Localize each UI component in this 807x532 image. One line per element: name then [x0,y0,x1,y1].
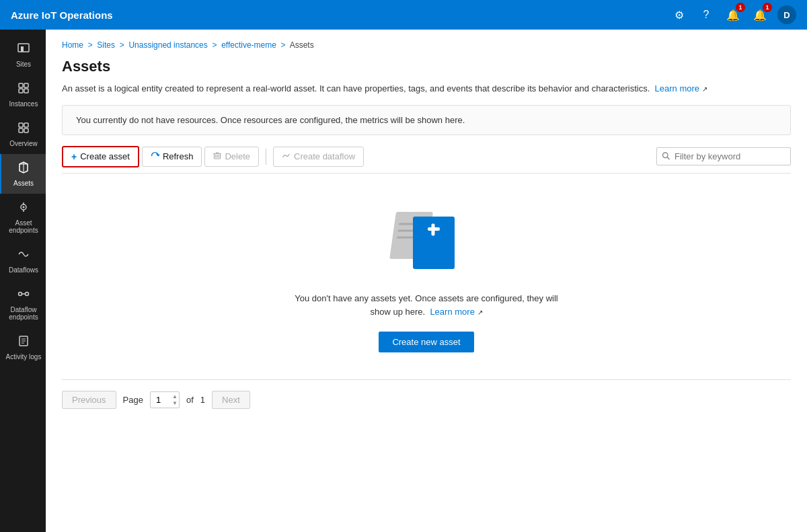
of-label: of [186,395,194,405]
sidebar-item-overview[interactable]: Overview [0,114,46,154]
info-banner: You currently do not have resources. Onc… [62,105,791,135]
previous-label: Previous [72,395,106,405]
pagination: Previous Page ▲ ▼ of 1 Next [62,379,791,414]
delete-label: Delete [225,151,250,161]
info-banner-text: You currently do not have resources. Onc… [76,115,465,125]
sidebar-label-sites: Sites [16,61,31,68]
svg-point-13 [23,206,25,208]
avatar[interactable]: D [777,5,796,24]
empty-state-illustration [386,208,467,276]
help-icon[interactable]: ? [697,5,716,24]
breadcrumb-sites[interactable]: Sites [97,40,115,50]
page-title: Assets [62,58,791,75]
external-link-icon-empty: ↗ [477,309,483,316]
empty-state-text: You don't have any assets yet. Once asse… [295,292,558,320]
sidebar-item-activity-logs[interactable]: Activity logs [0,328,46,367]
page-up-arrow[interactable]: ▲ [171,393,178,400]
create-dataflow-label: Create dataflow [294,151,355,161]
description-text: An asset is a logical entity created to … [62,83,650,93]
sidebar-item-dataflow-endpoints[interactable]: Dataflow endpoints [0,280,46,328]
empty-text-line2: show up here. [370,307,425,317]
toolbar: + Create asset Refresh Delete [62,146,791,174]
svg-rect-36 [432,223,435,235]
empty-text-line1: You don't have any assets yet. Once asse… [295,293,558,303]
content-area: Home > Sites > Unassigned instances > ef… [46,30,807,532]
plus-icon: + [71,151,77,162]
sidebar-label-dataflows: Dataflows [9,266,38,274]
sidebar-item-asset-endpoints[interactable]: Asset endpoints [0,194,46,241]
svg-rect-3 [24,83,28,87]
sidebar-label-overview: Overview [9,140,38,147]
instances-icon [17,81,30,98]
next-label: Next [222,395,240,405]
sidebar-item-dataflows[interactable]: Dataflows [0,241,46,280]
breadcrumb-assets: Assets [290,40,314,50]
svg-line-29 [667,157,669,159]
svg-rect-6 [19,123,23,127]
sidebar: Sites Instances Overview Assets Asset en… [0,30,46,532]
create-dataflow-button[interactable]: Create dataflow [273,147,364,167]
total-pages: 1 [200,395,205,405]
learn-more-link-top[interactable]: Learn more [655,83,699,93]
create-asset-label: Create asset [80,151,130,161]
asset-endpoints-icon [17,200,30,217]
breadcrumb: Home > Sites > Unassigned instances > ef… [62,40,791,50]
main-layout: Sites Instances Overview Assets Asset en… [0,30,807,532]
refresh-label: Refresh [163,151,194,161]
page-down-arrow[interactable]: ▼ [171,400,178,407]
delete-button[interactable]: Delete [204,147,259,167]
filter-search-icon [662,151,670,161]
breadcrumb-home[interactable]: Home [62,40,83,50]
page-input-wrap: ▲ ▼ [150,391,180,408]
next-button[interactable]: Next [212,391,250,409]
notification-badge-2: 1 [763,3,772,12]
page-spinner: ▲ ▼ [171,391,178,408]
notification-icon-1[interactable]: 🔔1 [724,5,742,24]
sidebar-item-assets[interactable]: Assets [0,154,46,194]
learn-more-link-empty[interactable]: Learn more [430,307,474,317]
previous-button[interactable]: Previous [62,391,116,409]
refresh-button[interactable]: Refresh [142,147,202,167]
svg-rect-2 [19,83,23,87]
svg-rect-8 [19,128,23,132]
sidebar-label-asset-endpoints: Asset endpoints [4,219,43,234]
sidebar-label-activity-logs: Activity logs [6,353,42,360]
refresh-icon [151,151,159,162]
settings-icon[interactable]: ⚙ [670,5,689,24]
filter-input[interactable] [656,147,791,165]
create-asset-button[interactable]: + Create asset [62,146,139,167]
svg-point-16 [19,293,22,296]
create-dataflow-icon [282,151,291,162]
create-new-asset-button[interactable]: Create new asset [379,332,473,352]
page-label: Page [123,395,143,405]
breadcrumb-effective-meme[interactable]: effective-meme [221,40,276,50]
topbar: Azure IoT Operations ⚙ ? 🔔1 🔔1 D [0,0,807,30]
activity-logs-icon [17,334,30,351]
svg-rect-5 [24,89,28,93]
dataflow-endpoints-icon [17,287,30,304]
sidebar-item-sites[interactable]: Sites [0,35,46,75]
notification-badge-1: 1 [736,3,745,12]
sidebar-label-assets: Assets [13,180,34,187]
sidebar-item-instances[interactable]: Instances [0,75,46,114]
svg-rect-9 [24,128,28,132]
delete-icon [213,151,221,162]
svg-rect-4 [19,89,23,93]
external-link-icon-top: ↗ [702,85,707,93]
app-title: Azure IoT Operations [11,9,662,21]
sites-icon [17,42,30,59]
breadcrumb-unassigned-instances[interactable]: Unassigned instances [128,40,207,50]
sidebar-label-dataflow-endpoints: Dataflow endpoints [4,306,43,321]
overview-icon [17,121,30,138]
filter-input-wrap [656,147,791,165]
assets-icon [17,161,30,178]
toolbar-divider [266,149,266,165]
notification-icon-2[interactable]: 🔔1 [751,5,769,24]
svg-rect-1 [21,46,24,52]
create-new-asset-label: Create new asset [392,337,460,347]
page-description: An asset is a logical entity created to … [62,82,791,96]
dataflows-icon [17,248,30,264]
svg-point-17 [26,293,29,296]
svg-rect-7 [24,123,28,127]
empty-state: You don't have any assets yet. Once asse… [62,182,791,373]
